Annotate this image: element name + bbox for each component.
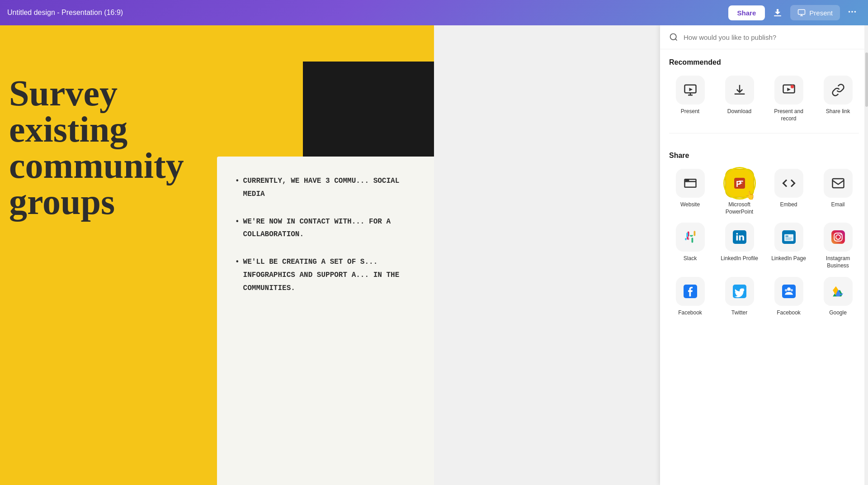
email-svg xyxy=(831,176,845,190)
twitter-icon-circle[interactable] xyxy=(725,277,754,306)
svg-rect-29 xyxy=(785,238,792,239)
share-link-icon[interactable] xyxy=(824,76,853,105)
slide-bullets: • CURRENTLY, WE HAVE 3 COMMU... SOCIAL M… xyxy=(235,175,425,309)
instagram-label: Instagram Business xyxy=(817,255,859,269)
share-title: Share xyxy=(669,152,859,160)
download-option-icon[interactable] xyxy=(725,76,754,105)
ppt-svg: P xyxy=(732,176,747,190)
recommended-title: Recommended xyxy=(669,58,859,67)
topbar-right: Share Present xyxy=(728,3,861,23)
facebook-label: Facebook xyxy=(678,309,702,317)
cursor-icon: 👆 xyxy=(745,190,755,200)
download-option[interactable]: Download xyxy=(718,76,760,122)
facebook-groups-svg xyxy=(782,285,796,298)
bullet-dot: • xyxy=(235,175,240,201)
embed-icon[interactable] xyxy=(774,169,803,198)
slack-icon-circle[interactable] xyxy=(676,223,705,252)
svg-rect-24 xyxy=(693,231,695,236)
instagram-option[interactable]: Instagram Business xyxy=(817,223,859,269)
instagram-icon-circle[interactable] xyxy=(824,223,853,252)
embed-svg xyxy=(782,176,796,190)
slide-title: Survey existing community groups xyxy=(9,75,184,220)
search-icon xyxy=(669,33,678,42)
twitter-svg xyxy=(733,285,746,298)
svg-point-34 xyxy=(840,234,842,235)
share-button[interactable]: Share xyxy=(728,5,765,20)
google-drive-icon[interactable] xyxy=(824,277,853,306)
present-option-label: Present xyxy=(681,108,699,115)
svg-point-9 xyxy=(790,85,794,89)
present-option-icon[interactable] xyxy=(676,76,705,105)
share-link-svg xyxy=(831,83,845,97)
ppt-icon[interactable]: P 👆 xyxy=(725,169,754,198)
canvas-area: Survey existing community groups • CURRE… xyxy=(0,25,434,485)
linkedin-page-icon[interactable] xyxy=(774,223,803,252)
instagram-svg xyxy=(831,230,845,244)
topbar-left: Untitled design - Presentation (16:9) xyxy=(7,9,123,17)
twitter-label: Twitter xyxy=(731,309,747,317)
facebook-groups-option[interactable]: Facebook xyxy=(768,277,810,317)
topbar: Untitled design - Presentation (16:9) Sh… xyxy=(0,0,868,25)
recommended-section: Recommended Present xyxy=(660,49,868,122)
svg-rect-30 xyxy=(785,239,791,240)
present-icon xyxy=(797,9,806,17)
email-option[interactable]: Email xyxy=(817,169,859,215)
facebook-svg xyxy=(684,285,697,298)
scrollbar[interactable] xyxy=(864,25,868,485)
publish-panel: Recommended Present xyxy=(660,25,868,485)
website-svg xyxy=(684,176,697,190)
ppt-option[interactable]: P 👆 Microsoft PowerPoint xyxy=(718,169,760,215)
svg-marker-10 xyxy=(787,88,791,91)
svg-point-13 xyxy=(687,180,689,181)
present-record-option[interactable]: Present and record xyxy=(768,76,810,122)
linkedin-page-svg xyxy=(782,230,796,244)
website-label: Website xyxy=(680,201,700,209)
twitter-option[interactable]: Twitter xyxy=(718,277,760,317)
search-input[interactable] xyxy=(684,33,859,41)
download-button[interactable] xyxy=(769,4,787,22)
bullet-2: • WE'RE NOW IN CONTACT WITH... FOR A COL… xyxy=(235,215,425,242)
svg-rect-17 xyxy=(739,183,742,184)
topbar-title: Untitled design - Presentation (16:9) xyxy=(7,9,123,17)
linkedin-profile-option[interactable]: LinkedIn Profile xyxy=(718,223,760,269)
ppt-label: Microsoft PowerPoint xyxy=(718,201,760,215)
facebook-groups-icon[interactable] xyxy=(774,277,803,306)
facebook-option[interactable]: Facebook xyxy=(669,277,711,317)
svg-point-5 xyxy=(670,34,676,40)
bullet-dot: • xyxy=(235,215,240,242)
share-link-option[interactable]: Share link xyxy=(817,76,859,122)
email-icon[interactable] xyxy=(824,169,853,198)
google-drive-option[interactable]: Google xyxy=(817,277,859,317)
present-button[interactable]: Present xyxy=(790,5,840,20)
slack-option[interactable]: Slack xyxy=(669,223,711,269)
download-svg xyxy=(733,83,746,97)
linkedin-page-label: LinkedIn Page xyxy=(771,255,806,262)
recommended-grid: Present Download xyxy=(669,76,859,122)
search-bar[interactable] xyxy=(660,25,868,49)
svg-point-2 xyxy=(849,11,850,13)
facebook-icon-circle[interactable] xyxy=(676,277,705,306)
slack-svg xyxy=(684,230,697,244)
svg-rect-28 xyxy=(785,236,788,238)
share-grid: Website P 👆 Microsoft PowerPoint xyxy=(669,169,859,316)
present-option[interactable]: Present xyxy=(669,76,711,122)
more-button[interactable] xyxy=(844,3,861,23)
slack-label: Slack xyxy=(684,255,697,262)
website-icon[interactable] xyxy=(676,169,705,198)
linkedin-profile-icon[interactable] xyxy=(725,223,754,252)
share-link-label: Share link xyxy=(826,108,850,115)
slide-black-box xyxy=(303,62,434,170)
embed-option[interactable]: Embed xyxy=(768,169,810,215)
svg-rect-1 xyxy=(798,10,805,14)
scrollbar-thumb[interactable] xyxy=(865,52,868,107)
linkedin-profile-label: LinkedIn Profile xyxy=(721,255,758,262)
website-option[interactable]: Website xyxy=(669,169,711,215)
present-record-label: Present and record xyxy=(768,108,810,122)
svg-rect-37 xyxy=(782,285,796,298)
present-record-icon[interactable] xyxy=(774,76,803,105)
svg-point-3 xyxy=(851,11,853,13)
svg-point-38 xyxy=(787,287,791,291)
share-section: Share Website xyxy=(660,143,868,316)
linkedin-profile-svg xyxy=(733,230,746,244)
linkedin-page-option[interactable]: LinkedIn Page xyxy=(768,223,810,269)
